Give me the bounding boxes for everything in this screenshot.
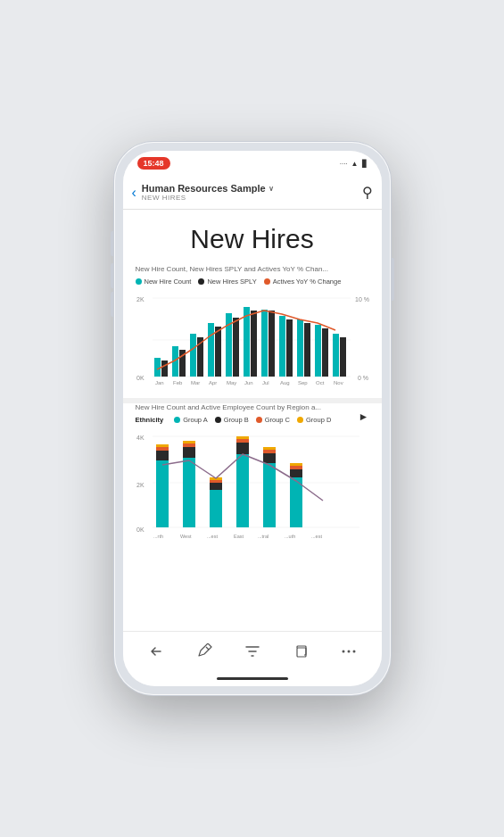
svg-rect-68 <box>290 466 302 469</box>
legend-dot-groupc <box>256 417 262 423</box>
nav-titles: Human Resources Sample ∨ NEW HIRES <box>142 183 362 202</box>
legend-item-sply: New Hires SPLY <box>198 278 256 286</box>
svg-rect-48 <box>156 447 169 451</box>
legend-dot-teal <box>136 278 142 285</box>
legend-item-actives: Actives YoY % Change <box>264 278 342 286</box>
filter-button[interactable] <box>236 635 269 667</box>
search-button[interactable]: ⚲ <box>362 184 373 201</box>
chart1-section: New Hire Count, New Hires SPLY and Activ… <box>123 265 382 398</box>
home-bar <box>217 677 288 680</box>
svg-text:May: May <box>227 380 236 385</box>
svg-rect-28 <box>340 337 346 377</box>
svg-rect-58 <box>236 454 249 527</box>
legend-item-newhire: New Hire Count <box>136 278 192 286</box>
svg-rect-7 <box>154 358 161 377</box>
svg-rect-53 <box>183 441 195 443</box>
svg-rect-61 <box>236 436 249 439</box>
svg-rect-55 <box>210 483 222 490</box>
svg-text:...tral: ...tral <box>258 534 269 539</box>
nav-subtitle: NEW HIRES <box>142 194 362 202</box>
chart2-section: New Hire Count and Active Employee Count… <box>123 403 382 554</box>
svg-rect-15 <box>226 313 232 377</box>
toolbar <box>123 631 382 670</box>
svg-rect-69 <box>290 463 302 466</box>
legend-dot-groupd <box>297 417 303 423</box>
svg-text:Feb: Feb <box>173 380 183 385</box>
svg-text:4K: 4K <box>136 435 145 441</box>
svg-rect-62 <box>263 463 276 527</box>
legend-item-groupc: Group C <box>256 416 290 424</box>
legend-label-groupd: Group D <box>306 416 331 424</box>
svg-text:Jun: Jun <box>244 380 253 385</box>
svg-rect-13 <box>208 323 214 377</box>
legend-label-groupc: Group C <box>265 416 290 424</box>
svg-text:West: West <box>180 534 192 539</box>
svg-text:Nov: Nov <box>334 380 343 385</box>
nav-title-text: Human Resources Sample <box>142 183 266 194</box>
nav-title-main: Human Resources Sample ∨ <box>142 183 362 194</box>
phone-screen: 15:48 ···· ▲ ▊ ‹ Human Resources Sample … <box>123 151 382 686</box>
svg-rect-63 <box>263 453 276 463</box>
chart1-container[interactable]: 2K 0K 10 % 0 % <box>136 291 369 389</box>
svg-text:0K: 0K <box>136 375 145 381</box>
legend-item-groupb: Group B <box>215 416 249 424</box>
svg-point-80 <box>352 650 355 652</box>
edit-button[interactable] <box>188 635 220 667</box>
svg-text:East: East <box>234 534 244 539</box>
svg-text:...rth: ...rth <box>153 534 163 539</box>
chart1-label: New Hire Count, New Hires SPLY and Activ… <box>136 265 369 273</box>
svg-rect-52 <box>183 443 195 447</box>
svg-point-78 <box>342 650 344 652</box>
signal-icon: ···· <box>340 160 348 168</box>
ethnicity-label: Ethnicity <box>136 416 164 424</box>
svg-text:Apr: Apr <box>209 380 217 385</box>
legend-dot-dark <box>198 278 204 285</box>
legend-dot-groupa <box>174 417 180 423</box>
svg-text:Oct: Oct <box>316 380 325 385</box>
chart1-svg: 2K 0K 10 % 0 % <box>136 291 369 389</box>
content-area: New Hires New Hire Count, New Hires SPLY… <box>123 210 382 631</box>
nav-bar: ‹ Human Resources Sample ∨ NEW HIRES ⚲ <box>123 176 382 210</box>
svg-rect-21 <box>279 316 285 377</box>
legend-label-actives: Actives YoY % Change <box>273 278 342 286</box>
svg-text:10 %: 10 % <box>355 296 369 302</box>
svg-point-79 <box>347 650 350 652</box>
svg-rect-24 <box>304 323 310 377</box>
legend-dot-groupb <box>215 417 221 423</box>
nav-chevron-icon[interactable]: ∨ <box>269 185 274 193</box>
chart2-container[interactable]: 4K 2K 0K <box>136 429 369 545</box>
chart2-label: New Hire Count and Active Employee Count… <box>136 403 332 411</box>
wifi-icon: ▲ <box>351 160 359 168</box>
status-bar: 15:48 ···· ▲ ▊ <box>123 151 382 176</box>
svg-rect-14 <box>215 327 221 377</box>
svg-text:Aug: Aug <box>280 380 290 385</box>
svg-rect-23 <box>297 319 303 377</box>
svg-rect-46 <box>156 460 169 527</box>
svg-rect-19 <box>261 310 268 377</box>
svg-rect-50 <box>183 458 195 527</box>
svg-text:...est: ...est <box>311 534 322 539</box>
chart2-arrow-icon[interactable]: ► <box>359 410 369 423</box>
legend-item-groupa: Group A <box>174 416 208 424</box>
svg-rect-65 <box>263 447 276 450</box>
svg-rect-67 <box>290 469 302 477</box>
svg-text:Jan: Jan <box>155 380 164 385</box>
svg-rect-47 <box>156 451 169 460</box>
svg-rect-51 <box>183 447 195 458</box>
legend-item-groupd: Group D <box>297 416 331 424</box>
svg-rect-27 <box>333 334 339 377</box>
svg-rect-18 <box>251 311 257 377</box>
svg-text:...uth: ...uth <box>285 534 295 539</box>
legend-label-groupb: Group B <box>224 416 249 424</box>
back-button[interactable]: ‹ <box>132 185 136 201</box>
svg-rect-64 <box>263 450 276 453</box>
status-icons: ···· ▲ ▊ <box>340 160 368 168</box>
back-button-toolbar[interactable] <box>140 635 172 667</box>
svg-text:0K: 0K <box>136 526 145 533</box>
svg-text:2K: 2K <box>136 296 145 302</box>
legend-label-sply: New Hires SPLY <box>207 278 256 286</box>
svg-rect-22 <box>286 319 293 377</box>
chart2-legend: Ethnicity Group A Group B <box>136 416 332 424</box>
copy-button[interactable] <box>285 635 317 667</box>
more-button[interactable] <box>333 635 365 667</box>
